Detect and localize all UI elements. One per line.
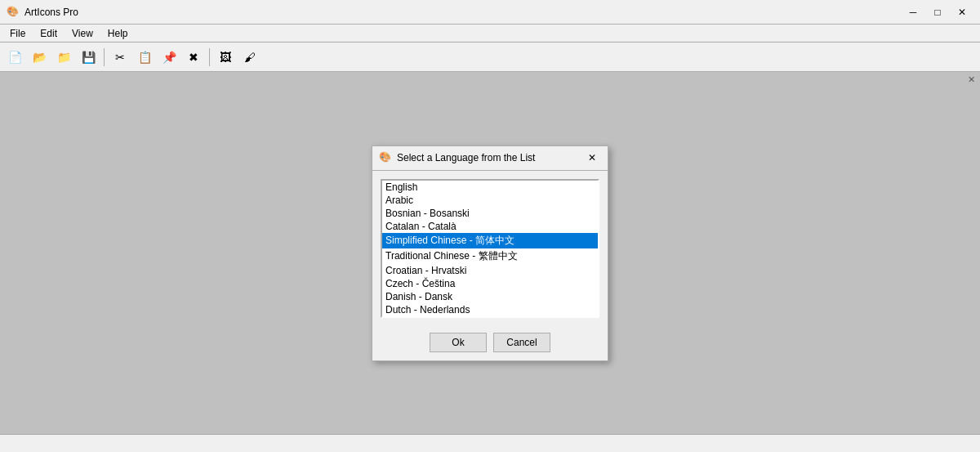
language-item[interactable]: Danish - Dansk [382, 290, 598, 303]
toolbar: 📄 📂 📁 💾 ✂ 📋 📌 ✖ 🖼 🖌 [0, 43, 980, 72]
menu-bar: File Edit View Help [0, 25, 980, 43]
tool-delete[interactable]: ✖ [182, 46, 205, 69]
tool-new[interactable]: 📄 [3, 46, 26, 69]
language-item[interactable]: Catalan - Català [382, 220, 598, 233]
language-dialog: 🎨 Select a Language from the List ✕ Engl… [372, 145, 608, 361]
title-bar: 🎨 ArtIcons Pro ─ □ ✕ [0, 0, 980, 25]
language-listbox[interactable]: EnglishArabicBosnian - BosanskiCatalan -… [382, 181, 598, 316]
app-title: ArtIcons Pro [24, 7, 78, 18]
language-item[interactable]: Bosnian - Bosanski [382, 207, 598, 220]
dialog-close-button[interactable]: ✕ [583, 150, 601, 166]
tool-open[interactable]: 📂 [28, 46, 51, 69]
dialog-title-left: 🎨 Select a Language from the List [379, 151, 535, 164]
app-icon: 🎨 [7, 6, 20, 19]
dialog-body: EnglishArabicBosnian - BosanskiCatalan -… [372, 171, 608, 326]
language-item[interactable]: English [382, 181, 598, 194]
tool-paste[interactable]: 📌 [158, 46, 180, 69]
language-listbox-container: EnglishArabicBosnian - BosanskiCatalan -… [381, 179, 599, 318]
title-bar-left: 🎨 ArtIcons Pro [7, 6, 78, 19]
tool-cut[interactable]: ✂ [109, 46, 131, 69]
menu-edit[interactable]: Edit [33, 26, 64, 41]
language-item[interactable]: Czech - Čeština [382, 277, 598, 290]
menu-file[interactable]: File [3, 26, 32, 41]
title-bar-controls: ─ □ ✕ [902, 4, 973, 20]
toolbar-separator-1 [104, 48, 105, 66]
menu-help[interactable]: Help [101, 26, 135, 41]
tool-art2[interactable]: 🖌 [238, 46, 261, 69]
main-area: ✕ 🎨 Select a Language from the List ✕ En… [0, 72, 980, 434]
close-button[interactable]: ✕ [951, 4, 973, 20]
tool-folder[interactable]: 📁 [52, 46, 75, 69]
tool-copy[interactable]: 📋 [133, 46, 156, 69]
cancel-button[interactable]: Cancel [493, 333, 550, 352]
toolbar-separator-2 [209, 48, 210, 66]
dialog-title-text: Select a Language from the List [397, 152, 535, 163]
language-item[interactable]: Arabic [382, 194, 598, 207]
language-item[interactable]: Dutch - Nederlands [382, 303, 598, 316]
tool-save[interactable]: 💾 [77, 46, 100, 69]
maximize-button[interactable]: □ [926, 4, 949, 20]
dialog-overlay: 🎨 Select a Language from the List ✕ Engl… [0, 72, 980, 434]
language-item[interactable]: Simplified Chinese - 简体中文 [382, 233, 598, 248]
language-item[interactable]: Croatian - Hrvatski [382, 264, 598, 277]
language-item[interactable]: Traditional Chinese - 繁體中文 [382, 248, 598, 264]
tool-art1[interactable]: 🖼 [214, 46, 237, 69]
dialog-buttons: Ok Cancel [372, 326, 608, 360]
dialog-icon: 🎨 [379, 151, 392, 164]
minimize-button[interactable]: ─ [902, 4, 924, 20]
ok-button[interactable]: Ok [430, 333, 487, 352]
dialog-title-bar: 🎨 Select a Language from the List ✕ [372, 146, 608, 171]
status-bar [0, 434, 980, 452]
menu-view[interactable]: View [65, 26, 100, 41]
